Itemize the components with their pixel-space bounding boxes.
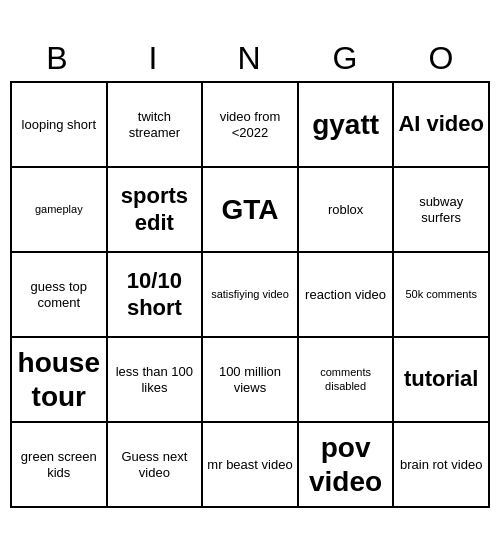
bingo-cell-24: brain rot video [394,423,490,508]
bingo-cell-22: mr beast video [203,423,299,508]
bingo-card: BINGO looping shorttwitch streamervideo … [10,36,490,508]
bingo-cell-7: GTA [203,168,299,253]
header-letter: O [394,36,490,81]
bingo-cell-9: subway surfers [394,168,490,253]
bingo-cell-23: pov video [299,423,395,508]
bingo-cell-13: reaction video [299,253,395,338]
bingo-grid: looping shorttwitch streamervideo from <… [10,81,490,508]
bingo-cell-14: 50k comments [394,253,490,338]
bingo-cell-18: comments disabled [299,338,395,423]
bingo-cell-21: Guess next video [108,423,204,508]
header-letter: B [10,36,106,81]
bingo-cell-17: 100 million views [203,338,299,423]
bingo-cell-10: guess top coment [12,253,108,338]
bingo-cell-12: satisfiying video [203,253,299,338]
bingo-cell-3: gyatt [299,83,395,168]
header-letter: N [202,36,298,81]
header-letter: I [106,36,202,81]
bingo-cell-16: less than 100 likes [108,338,204,423]
bingo-cell-19: tutorial [394,338,490,423]
bingo-cell-11: 10/10 short [108,253,204,338]
bingo-cell-2: video from <2022 [203,83,299,168]
bingo-cell-0: looping short [12,83,108,168]
bingo-cell-20: green screen kids [12,423,108,508]
bingo-cell-6: sports edit [108,168,204,253]
header-letter: G [298,36,394,81]
bingo-cell-1: twitch streamer [108,83,204,168]
bingo-cell-5: gameplay [12,168,108,253]
bingo-cell-4: AI video [394,83,490,168]
bingo-cell-8: roblox [299,168,395,253]
bingo-header: BINGO [10,36,490,81]
bingo-cell-15: house tour [12,338,108,423]
